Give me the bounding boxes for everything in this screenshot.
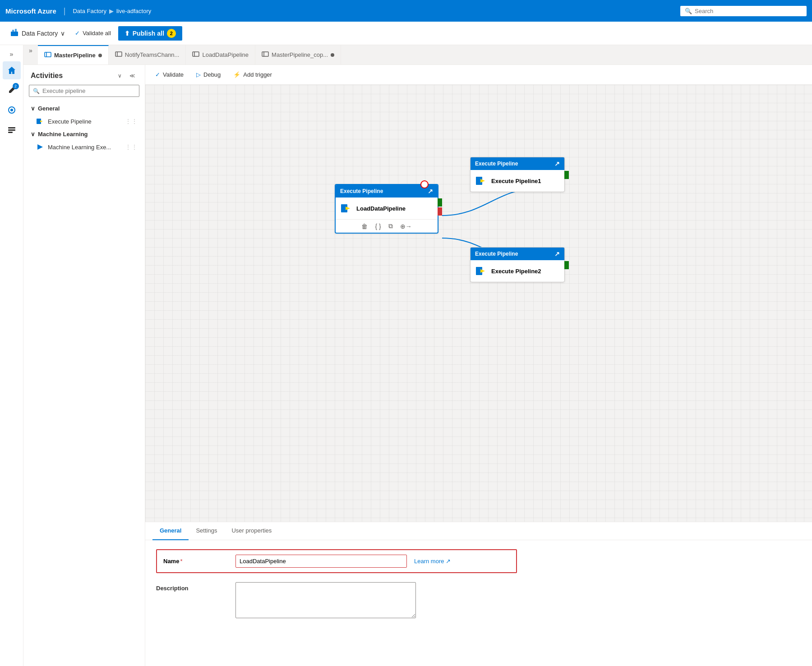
connections-svg <box>145 85 812 522</box>
svg-rect-7 <box>8 132 13 133</box>
name-field-wrapper: Name * Learn more ↗ <box>156 549 517 573</box>
node-right2-external-icon[interactable]: ↗ <box>554 250 560 257</box>
publish-all-label: Publish all <box>133 30 164 37</box>
collapse-activities-button[interactable]: ∨ <box>114 70 125 81</box>
validate-check-icon: ✓ <box>75 30 80 37</box>
node-right1-external-icon[interactable]: ↗ <box>554 160 560 167</box>
tab-user-properties-label: User properties <box>231 527 272 534</box>
second-toolbar: Data Factory ∨ ✓ Validate all ⬆ Publish … <box>0 22 812 45</box>
node-main-header-label: Execute Pipeline <box>340 188 383 194</box>
activities-search-box[interactable]: 🔍 <box>29 85 139 97</box>
node-right1-label: Execute Pipeline1 <box>491 178 541 184</box>
learn-more-label: Learn more <box>414 558 444 565</box>
validate-label: Validate <box>163 71 184 78</box>
drag-handle-ml: ⋮⋮ <box>125 143 138 151</box>
tab-icon-load <box>192 51 199 59</box>
activities-search-input[interactable] <box>42 87 135 94</box>
category-ml[interactable]: ∨ Machine Learning <box>23 128 145 140</box>
tabs-expand-button[interactable]: » <box>23 45 38 56</box>
node-execute-pipeline-2[interactable]: Execute Pipeline ↗ Execute Pipeline2 <box>470 247 565 282</box>
expand-nav-button[interactable]: » <box>6 49 17 60</box>
node-code-button[interactable]: { } <box>375 223 381 230</box>
activities-sidebar: Activities ∨ ≪ 🔍 ∨ General E <box>23 65 145 666</box>
validate-button[interactable]: ✓ Validate <box>152 69 186 80</box>
node-load-data-pipeline[interactable]: Execute Pipeline ↗ LoadDataPipeline 🗑 <box>335 184 438 234</box>
breadcrumb: Data Factory ▶ live-adfactory <box>73 8 151 14</box>
activity-execute-pipeline[interactable]: Execute Pipeline ⋮⋮ <box>23 115 145 128</box>
tab-user-properties[interactable]: User properties <box>224 522 279 540</box>
svg-rect-8 <box>45 52 51 57</box>
global-search-box[interactable]: 🔍 <box>680 6 807 16</box>
pipeline-canvas[interactable]: Execute Pipeline ↗ LoadDataPipeline 🗑 <box>145 85 812 522</box>
learn-more-link[interactable]: Learn more ↗ <box>414 558 451 565</box>
node-main-body-label: LoadDataPipeline <box>356 205 406 212</box>
svg-rect-10 <box>115 52 122 56</box>
debug-button[interactable]: ▷ Debug <box>194 69 223 80</box>
description-textarea[interactable] <box>235 582 416 618</box>
tabs-bar: » MasterPipeline NotifyTeamsChann... Loa… <box>23 45 812 65</box>
debug-icon: ▷ <box>196 71 201 78</box>
node-copy-button[interactable]: ⧉ <box>388 222 393 230</box>
publish-all-button[interactable]: ⬆ Publish all 2 <box>118 26 182 41</box>
bottom-content: Name * Learn more ↗ Description <box>145 540 812 666</box>
validate-all-button[interactable]: ✓ Validate all <box>71 28 115 38</box>
upload-icon: ⬆ <box>125 30 130 37</box>
trigger-icon: ⚡ <box>233 71 240 78</box>
tab-master-copy[interactable]: MasterPipeline_cop... <box>255 45 341 64</box>
activity-ml-label: Machine Learning Exe... <box>48 144 111 151</box>
search-icon: 🔍 <box>685 8 692 14</box>
node-right2-success-bar <box>564 261 569 269</box>
node-right1-body: Execute Pipeline1 <box>471 170 564 192</box>
pencil-icon-button[interactable]: 2 <box>3 81 21 99</box>
add-trigger-button[interactable]: ⚡ Add trigger <box>231 69 275 80</box>
tab-general-label: General <box>160 527 181 534</box>
tab-mastercopy-dot <box>331 53 334 57</box>
bottom-panel: General Settings User properties <box>145 522 812 666</box>
pipeline-container: Activities ∨ ≪ 🔍 ∨ General E <box>23 65 812 666</box>
data-factory-button[interactable]: Data Factory ∨ <box>7 26 68 40</box>
home-icon-button[interactable] <box>3 61 21 79</box>
name-input[interactable] <box>235 555 407 568</box>
node-external-link-icon[interactable]: ↗ <box>428 188 433 195</box>
tab-settings[interactable]: Settings <box>189 522 224 540</box>
node-right2-label: Execute Pipeline2 <box>491 268 541 275</box>
name-label-wrap: Name * <box>163 558 235 565</box>
svg-rect-6 <box>8 129 15 131</box>
manage-icon-button[interactable] <box>3 121 21 139</box>
activities-controls: ∨ ≪ <box>114 70 138 81</box>
tab-load-data[interactable]: LoadDataPipeline <box>186 45 255 64</box>
node-delete-button[interactable]: 🗑 <box>361 223 368 230</box>
drag-handle-execute: ⋮⋮ <box>125 118 138 125</box>
tab-icon-mastercopy <box>262 51 269 59</box>
node-main-body: LoadDataPipeline <box>336 198 438 219</box>
tab-master-pipeline[interactable]: MasterPipeline <box>38 45 109 64</box>
breadcrumb-instance[interactable]: live-adfactory <box>116 8 151 14</box>
main-layout: » 2 » MasterPipeline <box>0 45 812 666</box>
tab-general[interactable]: General <box>152 522 189 540</box>
tab-notify-teams[interactable]: NotifyTeamsChann... <box>109 45 186 64</box>
activity-ml-execute[interactable]: Machine Learning Exe... ⋮⋮ <box>23 140 145 154</box>
svg-marker-18 <box>37 144 43 150</box>
node-right2-header: Execute Pipeline ↗ <box>471 248 564 260</box>
tab-mastercopy-label: MasterPipeline_cop... <box>272 51 328 58</box>
category-general[interactable]: ∨ General <box>23 102 145 115</box>
svg-rect-5 <box>8 127 15 129</box>
node-main-footer: 🗑 { } ⧉ ⊕→ <box>336 219 438 233</box>
svg-marker-24 <box>480 269 485 273</box>
monitor-icon-button[interactable] <box>3 101 21 119</box>
bottom-tabs: General Settings User properties <box>145 522 812 540</box>
activities-header: Activities ∨ ≪ <box>23 65 145 85</box>
node-connect-button[interactable]: ⊕→ <box>400 223 412 230</box>
svg-rect-12 <box>193 52 199 56</box>
node-right2-header-label: Execute Pipeline <box>475 251 518 257</box>
node-right2-body: Execute Pipeline2 <box>471 260 564 282</box>
top-bar: Microsoft Azure | Data Factory ▶ live-ad… <box>0 0 812 22</box>
search-input[interactable] <box>695 8 802 14</box>
svg-marker-22 <box>480 179 485 183</box>
node-right1-header-label: Execute Pipeline <box>475 161 518 167</box>
node-right1-icon <box>475 175 488 187</box>
collapse-all-button[interactable]: ≪ <box>127 70 138 81</box>
activities-title: Activities <box>31 72 63 80</box>
node-execute-pipeline-1[interactable]: Execute Pipeline ↗ Execute Pipeline1 <box>470 157 565 192</box>
breadcrumb-factory[interactable]: Data Factory <box>73 8 106 14</box>
